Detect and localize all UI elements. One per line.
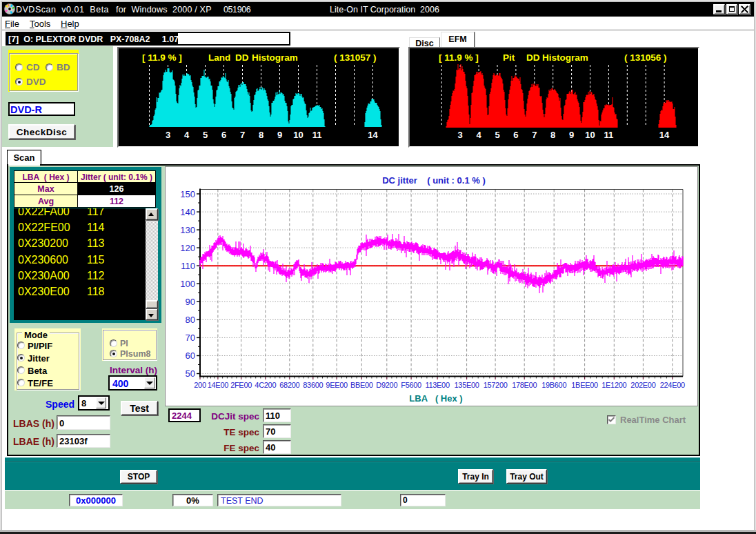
svg-text:6: 6 bbox=[513, 130, 518, 140]
svg-text:7: 7 bbox=[240, 130, 245, 140]
svg-text:100: 100 bbox=[180, 279, 195, 289]
svg-text:3: 3 bbox=[458, 130, 463, 140]
svg-text:1BEE00: 1BEE00 bbox=[571, 381, 598, 389]
svg-text:19B600: 19B600 bbox=[541, 381, 566, 389]
svg-text:50: 50 bbox=[186, 368, 195, 379]
svg-text:F5600: F5600 bbox=[401, 381, 421, 389]
svg-text:157200: 157200 bbox=[484, 381, 508, 389]
svg-text:8: 8 bbox=[550, 130, 555, 140]
svg-text:5: 5 bbox=[495, 130, 499, 140]
svg-text:14: 14 bbox=[368, 130, 378, 140]
svg-text:9: 9 bbox=[277, 130, 282, 140]
svg-text:120: 120 bbox=[180, 243, 195, 253]
svg-text:5: 5 bbox=[203, 130, 208, 140]
svg-text:113E00: 113E00 bbox=[425, 381, 449, 389]
svg-text:130: 130 bbox=[180, 225, 195, 235]
svg-text:70: 70 bbox=[186, 333, 195, 343]
svg-text:202E00: 202E00 bbox=[630, 381, 655, 389]
svg-text:10: 10 bbox=[293, 130, 303, 140]
svg-text:14E00: 14E00 bbox=[208, 381, 228, 389]
svg-text:4C200: 4C200 bbox=[255, 381, 276, 389]
svg-text:11: 11 bbox=[312, 130, 322, 140]
svg-text:2FE00: 2FE00 bbox=[230, 381, 252, 389]
svg-text:6: 6 bbox=[221, 130, 226, 140]
svg-text:7: 7 bbox=[532, 130, 537, 140]
svg-text:9: 9 bbox=[569, 130, 574, 140]
svg-text:4: 4 bbox=[184, 130, 190, 140]
svg-text:1E1200: 1E1200 bbox=[601, 381, 626, 389]
svg-text:140: 140 bbox=[180, 207, 195, 217]
svg-text:11: 11 bbox=[604, 130, 614, 140]
svg-text:DC jitter ( unit : 0.1 %: DC jitter ( unit : 0.1 % ) bbox=[382, 175, 486, 186]
svg-text:200: 200 bbox=[194, 381, 206, 389]
svg-text:224E00: 224E00 bbox=[660, 381, 685, 389]
svg-text:135E00: 135E00 bbox=[455, 381, 479, 389]
svg-text:83600: 83600 bbox=[303, 381, 323, 389]
svg-text:110: 110 bbox=[181, 261, 195, 271]
svg-text:150: 150 bbox=[180, 189, 195, 199]
svg-text:4: 4 bbox=[476, 130, 481, 140]
svg-text:90: 90 bbox=[186, 297, 195, 307]
svg-text:D9200: D9200 bbox=[376, 381, 397, 389]
svg-text:14: 14 bbox=[659, 130, 670, 140]
svg-text:8: 8 bbox=[259, 130, 263, 140]
svg-text:68200: 68200 bbox=[279, 381, 299, 389]
svg-text:10: 10 bbox=[585, 130, 595, 140]
svg-text:80: 80 bbox=[186, 315, 195, 325]
svg-text:9EE00: 9EE00 bbox=[326, 381, 348, 389]
svg-text:LBA ( Hex ): LBA ( Hex ) bbox=[409, 393, 462, 404]
svg-text:3: 3 bbox=[166, 130, 170, 140]
svg-text:BBE00: BBE00 bbox=[350, 381, 373, 389]
svg-text:178E00: 178E00 bbox=[512, 381, 537, 389]
svg-text:60: 60 bbox=[186, 350, 195, 361]
